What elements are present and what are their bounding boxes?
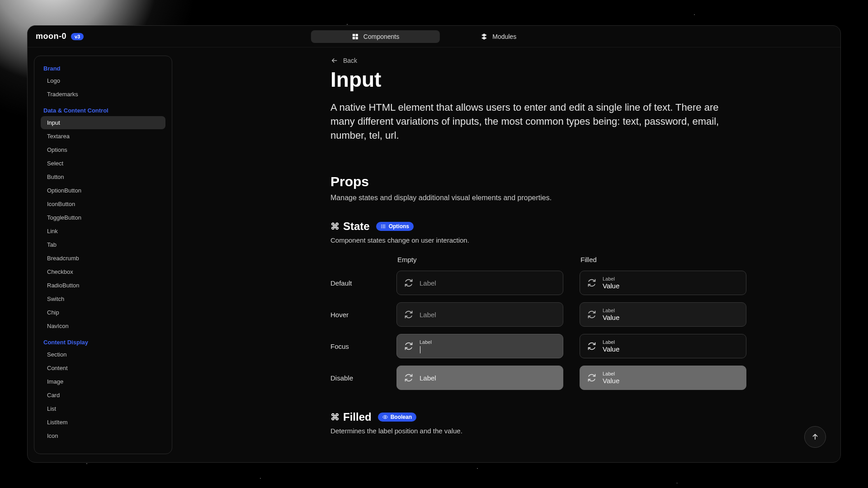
sidebar-item-textarea[interactable]: Textarea bbox=[41, 130, 165, 143]
sidebar-item-breadcrumb[interactable]: Breadcrumb bbox=[41, 252, 165, 265]
input-focus-filled[interactable]: LabelValue bbox=[580, 334, 746, 358]
sidebar-item-iconbutton[interactable]: IconButton bbox=[41, 197, 165, 211]
refresh-icon bbox=[404, 373, 413, 382]
sidebar-item-icon[interactable]: Icon bbox=[41, 429, 165, 442]
sidebar-section-display: Content Display bbox=[38, 336, 168, 347]
refresh-icon bbox=[404, 310, 413, 319]
svg-rect-2 bbox=[353, 37, 355, 39]
refresh-icon bbox=[587, 373, 596, 382]
tab-modules-label: Modules bbox=[492, 33, 516, 40]
props-heading: Props bbox=[330, 174, 746, 189]
sidebar[interactable]: Brand Logo Trademarks Data & Content Con… bbox=[34, 56, 172, 454]
state-grid: Empty Filled Default Label LabelValue Ho… bbox=[330, 256, 746, 390]
command-icon: ⌘ bbox=[330, 221, 340, 232]
arrow-left-icon bbox=[330, 56, 339, 65]
options-badge: Options bbox=[376, 222, 414, 231]
topbar: moon-0 v3 Components Modules bbox=[28, 26, 840, 47]
command-icon: ⌘ bbox=[330, 412, 340, 422]
row-default: Default bbox=[330, 279, 380, 287]
svg-rect-0 bbox=[353, 34, 355, 36]
eye-icon bbox=[382, 414, 388, 420]
sidebar-item-options[interactable]: Options bbox=[41, 143, 165, 156]
props-subdesc: Manage states and display additional vis… bbox=[330, 194, 746, 202]
row-disable: Disable bbox=[330, 374, 380, 382]
input-disable-filled: LabelValue bbox=[580, 366, 746, 390]
layers-icon bbox=[481, 33, 488, 40]
prop-state-desc: Component states change on user interact… bbox=[330, 236, 746, 244]
sidebar-item-card[interactable]: Card bbox=[41, 389, 165, 402]
sidebar-section-data: Data & Content Control bbox=[38, 104, 168, 116]
page-title: Input bbox=[330, 67, 746, 92]
input-disable-empty: Label bbox=[396, 366, 563, 390]
sidebar-item-image[interactable]: Image bbox=[41, 375, 165, 388]
sidebar-item-button[interactable]: Button bbox=[41, 170, 165, 183]
sidebar-item-optionbutton[interactable]: OptionButton bbox=[41, 184, 165, 197]
column-filled: Filled bbox=[580, 256, 746, 263]
sidebar-item-togglebutton[interactable]: ToggleButton bbox=[41, 211, 165, 224]
tab-components[interactable]: Components bbox=[311, 30, 440, 43]
refresh-icon bbox=[404, 278, 413, 287]
sidebar-item-tab[interactable]: Tab bbox=[41, 238, 165, 251]
sidebar-item-select[interactable]: Select bbox=[41, 157, 165, 170]
sidebar-item-input[interactable]: Input bbox=[41, 116, 165, 129]
svg-point-10 bbox=[384, 417, 386, 418]
sidebar-item-link[interactable]: Link bbox=[41, 225, 165, 238]
dashboard-icon bbox=[352, 33, 359, 40]
refresh-icon bbox=[587, 278, 596, 287]
refresh-icon bbox=[404, 342, 413, 351]
page-description: A native HTML element that allows users … bbox=[330, 101, 719, 142]
svg-rect-3 bbox=[356, 37, 358, 39]
sidebar-item-trademarks[interactable]: Trademarks bbox=[41, 88, 165, 101]
row-focus: Focus bbox=[330, 343, 380, 350]
sidebar-item-list[interactable]: List bbox=[41, 402, 165, 415]
sidebar-item-logo[interactable]: Logo bbox=[41, 74, 165, 87]
prop-filled-name: ⌘ Filled bbox=[330, 411, 372, 423]
content-scroll[interactable]: Back Input A native HTML element that al… bbox=[172, 47, 840, 462]
back-button[interactable]: Back bbox=[330, 56, 746, 65]
refresh-icon bbox=[587, 310, 596, 319]
sidebar-item-listitem[interactable]: ListItem bbox=[41, 416, 165, 429]
sidebar-item-radiobutton[interactable]: RadioButton bbox=[41, 279, 165, 292]
list-icon bbox=[381, 224, 386, 229]
prop-state-name: ⌘ State bbox=[330, 220, 370, 233]
back-label: Back bbox=[343, 57, 357, 64]
tab-components-label: Components bbox=[363, 33, 399, 40]
sidebar-section-brand: Brand bbox=[38, 62, 168, 74]
input-hover-empty[interactable]: Label bbox=[396, 302, 563, 327]
sidebar-item-chip[interactable]: Chip bbox=[41, 306, 165, 319]
svg-point-8 bbox=[381, 226, 382, 227]
svg-point-7 bbox=[381, 225, 382, 225]
input-focus-empty[interactable]: Label bbox=[396, 334, 563, 358]
input-default-empty[interactable]: Label bbox=[396, 271, 563, 295]
svg-point-9 bbox=[381, 228, 382, 228]
boolean-badge: Boolean bbox=[378, 413, 416, 422]
arrow-up-icon bbox=[811, 432, 820, 441]
app-window: moon-0 v3 Components Modules Brand Logo bbox=[27, 25, 841, 463]
sidebar-item-switch[interactable]: Switch bbox=[41, 292, 165, 305]
main-area: Brand Logo Trademarks Data & Content Con… bbox=[28, 47, 840, 462]
column-empty: Empty bbox=[396, 256, 563, 263]
main-nav: Components Modules bbox=[311, 30, 557, 43]
prop-filled-desc: Determines the label position and the va… bbox=[330, 427, 746, 435]
sidebar-item-content[interactable]: Content bbox=[41, 361, 165, 375]
tab-modules[interactable]: Modules bbox=[440, 30, 557, 43]
svg-rect-1 bbox=[356, 34, 358, 36]
input-default-filled[interactable]: LabelValue bbox=[580, 271, 746, 295]
brand-mark: moon-0 v3 bbox=[36, 32, 84, 41]
sidebar-item-section[interactable]: Section bbox=[41, 348, 165, 361]
refresh-icon bbox=[587, 342, 596, 351]
brand-logotype: moon-0 bbox=[36, 32, 66, 41]
sidebar-item-navicon[interactable]: NavIcon bbox=[41, 319, 165, 333]
scroll-to-top-button[interactable] bbox=[804, 426, 826, 448]
sidebar-item-checkbox[interactable]: Checkbox bbox=[41, 265, 165, 278]
brand-version-badge: v3 bbox=[71, 33, 84, 40]
row-hover: Hover bbox=[330, 311, 380, 319]
input-hover-filled[interactable]: LabelValue bbox=[580, 302, 746, 327]
